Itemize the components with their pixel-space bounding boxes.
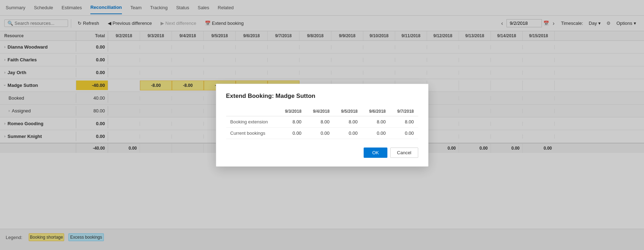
modal-col-header-3: 9/5/2018 bbox=[334, 107, 362, 116]
modal-cell-ext-4: 8.00 bbox=[390, 116, 418, 127]
modal-col-header-0 bbox=[226, 107, 278, 116]
modal-row-current-bookings: Current bookings 0.00 0.00 0.00 0.00 0.0… bbox=[226, 127, 418, 139]
modal-footer: OK Cancel bbox=[226, 148, 418, 158]
modal-col-header-2: 9/4/2018 bbox=[306, 107, 334, 116]
modal-cell-cur-1: 0.00 bbox=[306, 127, 334, 139]
modal-cell-ext-3: 8.00 bbox=[362, 116, 390, 127]
modal-label-current-bookings: Current bookings bbox=[226, 127, 278, 139]
extend-booking-modal: Extend Booking: Madge Sutton 9/3/2018 9/… bbox=[216, 84, 429, 167]
modal-cell-ext-2: 8.00 bbox=[334, 116, 362, 127]
modal-label-booking-extension: Booking extension bbox=[226, 116, 278, 127]
modal-cell-ext-1: 8.00 bbox=[306, 116, 334, 127]
modal-col-header-4: 9/6/2018 bbox=[362, 107, 390, 116]
modal-cell-cur-3: 0.00 bbox=[362, 127, 390, 139]
modal-col-header-5: 9/7/2018 bbox=[390, 107, 418, 116]
modal-row-booking-extension: Booking extension 8.00 8.00 8.00 8.00 8.… bbox=[226, 116, 418, 127]
modal-table-header-row: 9/3/2018 9/4/2018 9/5/2018 9/6/2018 9/7/… bbox=[226, 107, 418, 116]
modal-table: 9/3/2018 9/4/2018 9/5/2018 9/6/2018 9/7/… bbox=[226, 107, 418, 139]
modal-cell-cur-2: 0.00 bbox=[334, 127, 362, 139]
modal-cell-ext-0: 8.00 bbox=[278, 116, 306, 127]
ok-button[interactable]: OK bbox=[364, 148, 387, 158]
cancel-button[interactable]: Cancel bbox=[390, 148, 418, 158]
modal-overlay: Extend Booking: Madge Sutton 9/3/2018 9/… bbox=[0, 0, 644, 245]
modal-col-header-1: 9/3/2018 bbox=[278, 107, 306, 116]
modal-cell-cur-4: 0.00 bbox=[390, 127, 418, 139]
modal-cell-cur-0: 0.00 bbox=[278, 127, 306, 139]
modal-title: Extend Booking: Madge Sutton bbox=[226, 93, 418, 100]
